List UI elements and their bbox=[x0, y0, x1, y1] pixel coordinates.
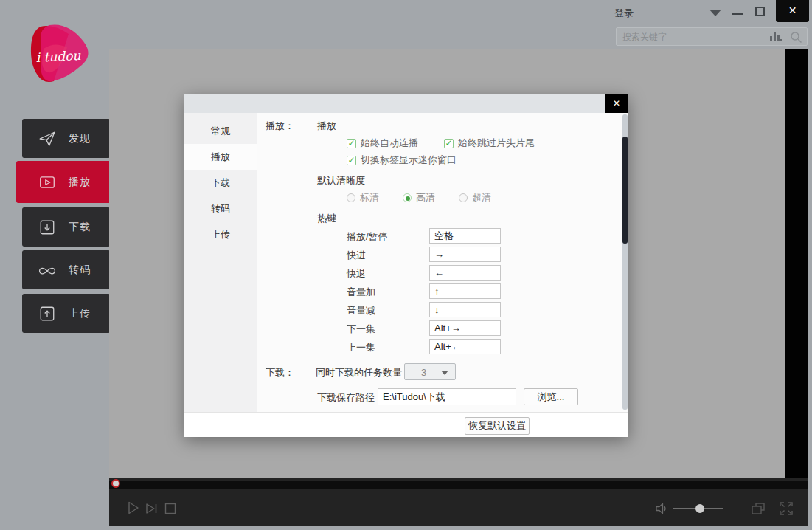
dialog-tab-list: 常规 播放 下载 转码 上传 bbox=[184, 113, 257, 412]
sidebar-item-transcode[interactable]: 转码 bbox=[22, 250, 111, 289]
close-icon[interactable]: ✕ bbox=[776, 0, 809, 22]
dialog-scrollbar-thumb[interactable] bbox=[622, 137, 628, 244]
hotkey-label-volume-up: 音量加 bbox=[347, 286, 375, 299]
download-group-label: 下载： bbox=[266, 366, 294, 379]
svg-text:i tudou: i tudou bbox=[35, 48, 82, 65]
fullscreen-icon[interactable] bbox=[777, 500, 795, 517]
tab-playback[interactable]: 播放 bbox=[184, 144, 257, 170]
hotkey-label-rewind: 快退 bbox=[347, 267, 366, 281]
radio-label: 超清 bbox=[472, 191, 491, 204]
hotkey-label-prev-episode: 上一集 bbox=[347, 341, 375, 354]
sidebar-item-label: 上传 bbox=[69, 307, 91, 320]
hotkey-label-next-episode: 下一集 bbox=[347, 323, 375, 336]
radio-icon bbox=[459, 193, 468, 202]
tab-transcode[interactable]: 转码 bbox=[184, 196, 257, 221]
search-bar bbox=[616, 27, 808, 46]
checkbox-check-icon: ✓ bbox=[347, 156, 356, 165]
radio-label: 标清 bbox=[360, 191, 379, 204]
paper-plane-icon bbox=[38, 130, 56, 148]
hotkey-input-volume-down[interactable] bbox=[429, 302, 501, 317]
stage-right-panel bbox=[785, 49, 808, 478]
player-control-bar bbox=[109, 478, 808, 526]
infinity-icon bbox=[38, 261, 56, 279]
save-path-input[interactable] bbox=[378, 388, 516, 405]
checkbox-mini-window[interactable]: ✓ 切换标签显示迷你窗口 bbox=[347, 154, 457, 167]
radio-label: 高清 bbox=[416, 191, 435, 204]
play-section-title: 播放 bbox=[317, 120, 336, 133]
hotkey-input-next-episode[interactable] bbox=[429, 320, 501, 336]
hotkey-input-forward[interactable] bbox=[429, 247, 501, 262]
browse-button[interactable]: 浏览... bbox=[524, 388, 578, 405]
sidebar-item-play[interactable]: 播放 bbox=[16, 161, 119, 203]
sidebar-item-label: 播放 bbox=[69, 176, 91, 189]
dialog-header[interactable] bbox=[184, 94, 628, 113]
app-window: 登录 ✕ i tudou 发现 bbox=[0, 0, 812, 530]
next-button[interactable] bbox=[144, 500, 160, 517]
sidebar-item-upload[interactable]: 上传 bbox=[22, 294, 111, 333]
hotkey-input-rewind[interactable] bbox=[429, 265, 501, 281]
radio-uhd[interactable]: 超清 bbox=[459, 191, 491, 204]
maximize-icon[interactable] bbox=[755, 7, 765, 16]
dropdown-triangle-icon[interactable] bbox=[709, 10, 721, 16]
minimize-icon[interactable] bbox=[732, 13, 743, 15]
concurrent-tasks-label: 同时下载的任务数量 bbox=[316, 366, 402, 379]
itudou-logo[interactable]: i tudou bbox=[24, 19, 97, 92]
seek-bar[interactable] bbox=[109, 481, 808, 489]
magnifier-icon[interactable] bbox=[790, 31, 802, 44]
volume-icon[interactable] bbox=[653, 500, 670, 517]
sidebar-item-label: 发现 bbox=[69, 132, 91, 145]
radio-icon bbox=[347, 193, 355, 202]
tab-general[interactable]: 常规 bbox=[184, 118, 257, 144]
upload-icon bbox=[38, 305, 56, 323]
checkbox-skip-intro[interactable]: ✓ 始终跳过片头片尾 bbox=[444, 137, 535, 150]
sidebar-item-label: 下载 bbox=[69, 221, 91, 234]
popout-icon[interactable] bbox=[749, 500, 767, 517]
save-path-label: 下载保存路径： bbox=[317, 391, 384, 405]
hotkey-label-forward: 快进 bbox=[347, 249, 366, 262]
settings-dialog: ✕ 常规 播放 下载 转码 上传 播放： 播放 ✓ 始终自动连播 ✓ 始终跳过片… bbox=[184, 94, 628, 437]
play-group-label: 播放： bbox=[266, 120, 294, 133]
play-icon bbox=[38, 173, 56, 191]
play-button[interactable] bbox=[124, 499, 142, 517]
volume-thumb[interactable] bbox=[695, 504, 704, 513]
concurrent-tasks-value: 3 bbox=[421, 367, 426, 378]
dialog-footer: 恢复默认设置 bbox=[184, 412, 628, 437]
dialog-scrollbar[interactable] bbox=[622, 114, 628, 410]
search-input[interactable] bbox=[617, 28, 764, 45]
login-link[interactable]: 登录 bbox=[614, 7, 634, 20]
progress-knob[interactable] bbox=[111, 479, 120, 488]
dialog-close-icon[interactable]: ✕ bbox=[605, 94, 628, 113]
hotkey-input-playpause[interactable] bbox=[429, 228, 501, 244]
checkbox-label: 切换标签显示迷你窗口 bbox=[361, 154, 457, 167]
sidebar-item-download[interactable]: 下载 bbox=[22, 207, 111, 247]
checkbox-label: 始终跳过片头片尾 bbox=[458, 137, 535, 150]
tab-upload[interactable]: 上传 bbox=[184, 221, 257, 247]
hotkey-input-prev-episode[interactable] bbox=[429, 339, 501, 354]
quality-title: 默认清晰度 bbox=[317, 174, 365, 187]
chevron-down-icon bbox=[441, 371, 448, 375]
tab-download[interactable]: 下载 bbox=[184, 170, 257, 196]
sidebar-item-label: 转码 bbox=[69, 264, 91, 277]
concurrent-tasks-select[interactable]: 3 bbox=[404, 363, 456, 380]
stop-button[interactable] bbox=[162, 500, 178, 517]
sidebar-item-discover[interactable]: 发现 bbox=[22, 119, 111, 158]
checkbox-label: 始终自动连播 bbox=[361, 137, 418, 150]
download-icon bbox=[38, 218, 56, 236]
checkbox-autoplay[interactable]: ✓ 始终自动连播 bbox=[347, 137, 418, 150]
volume-slider[interactable] bbox=[673, 508, 723, 509]
hotkey-label-playpause: 播放/暂停 bbox=[347, 230, 388, 244]
hotkey-input-volume-up[interactable] bbox=[429, 283, 501, 299]
restore-defaults-button[interactable]: 恢复默认设置 bbox=[465, 417, 530, 435]
radio-icon bbox=[403, 193, 412, 202]
bar-chart-icon[interactable] bbox=[770, 32, 782, 41]
checkbox-check-icon: ✓ bbox=[444, 139, 454, 148]
hotkeys-title: 热键 bbox=[317, 212, 336, 225]
hotkey-label-volume-down: 音量减 bbox=[347, 304, 375, 317]
radio-sd[interactable]: 标清 bbox=[347, 191, 379, 204]
checkbox-check-icon: ✓ bbox=[347, 139, 356, 148]
radio-hd[interactable]: 高清 bbox=[403, 191, 435, 204]
